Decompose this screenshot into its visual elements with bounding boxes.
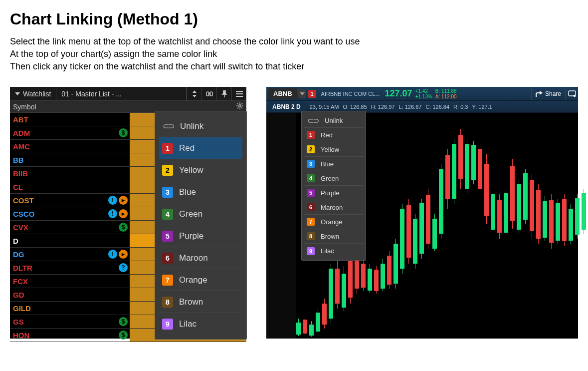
alert-icon[interactable]: ! xyxy=(108,250,117,259)
link-menu-unlink[interactable]: ⊂⊃ Unlink xyxy=(159,115,242,137)
ticker-cell[interactable]: GS xyxy=(10,318,105,326)
link-menu-item-maroon[interactable]: 6Maroon xyxy=(159,247,242,269)
q-icon[interactable]: ? xyxy=(119,263,128,272)
play-icon[interactable]: ▸ xyxy=(119,250,128,259)
chart-left-gutter xyxy=(266,113,296,339)
link-menu-item-label: Maroon xyxy=(179,253,208,263)
svg-line-11 xyxy=(237,103,238,104)
gear-icon[interactable] xyxy=(236,102,246,111)
watchlist-list-label: 01 - Master List - ... xyxy=(61,90,122,98)
row-icons: $ xyxy=(105,223,130,232)
alert-icon[interactable]: ! xyxy=(108,196,117,205)
link-menu-item-blue[interactable]: 3Blue xyxy=(159,181,242,203)
link-menu-item-label: Brown xyxy=(179,297,203,307)
dollar-icon[interactable]: $ xyxy=(119,317,128,326)
ohlc-y: Y: 127.1 xyxy=(472,104,492,110)
notes-icon xyxy=(568,90,576,97)
watchlist-list-selector[interactable]: 01 - Master List - ... xyxy=(56,87,187,100)
color-swatch-icon: 5 xyxy=(162,231,173,242)
ticker-cell[interactable]: CVX xyxy=(10,223,105,232)
chart-panel: ABNB 1 AIRBNB INC COM CL... 127.07 +1.42… xyxy=(266,87,578,339)
color-swatch-icon: 4 xyxy=(307,174,315,182)
link-menu-item-label: Blue xyxy=(321,160,334,168)
alert-icon[interactable]: ! xyxy=(108,209,117,218)
ticker-cell[interactable]: FCX xyxy=(10,277,105,286)
pin-button[interactable] xyxy=(216,87,231,100)
link-menu-item-brown[interactable]: 8Brown xyxy=(304,229,364,244)
sort-stepper-button[interactable] xyxy=(187,87,201,100)
color-swatch-icon: 9 xyxy=(307,247,315,255)
ticker-cell[interactable]: D xyxy=(10,237,105,245)
ticker-cell[interactable]: CL xyxy=(10,183,105,191)
ticker-cell[interactable]: BB xyxy=(10,156,105,164)
ticker-cell[interactable]: ABT xyxy=(10,115,105,124)
ticker-cell[interactable]: AMC xyxy=(10,142,105,151)
link-menu-item-green[interactable]: 4Green xyxy=(304,171,364,186)
ticker-cell[interactable]: COST xyxy=(10,196,105,205)
color-swatch-icon: 5 xyxy=(307,189,315,197)
ticker-cell[interactable]: GD xyxy=(10,291,105,299)
notes-button[interactable] xyxy=(565,87,578,100)
share-button-label: Share xyxy=(545,90,561,97)
link-menu-item-orange[interactable]: 7Orange xyxy=(304,215,364,229)
link-menu-item-purple[interactable]: 5Purple xyxy=(304,186,364,200)
link-menu-item-blue[interactable]: 3Blue xyxy=(304,157,364,171)
column-symbol-header[interactable]: Symbol xyxy=(10,103,105,111)
watchlist-tab[interactable]: Watchlist xyxy=(10,87,56,100)
dollar-icon[interactable]: $ xyxy=(119,223,128,232)
svg-line-12 xyxy=(241,107,242,108)
link-menu-item-yellow[interactable]: 2Yellow xyxy=(159,159,242,181)
row-icons: !▸ xyxy=(105,209,130,218)
intro-line: Select the link menu at the top of the w… xyxy=(10,36,578,47)
menu-button[interactable] xyxy=(231,87,246,100)
link-menu-item-orange[interactable]: 7Orange xyxy=(159,269,242,291)
link-menu-item-purple[interactable]: 5Purple xyxy=(159,225,242,247)
link-menu-item-brown[interactable]: 8Brown xyxy=(159,291,242,313)
link-menu-item-yellow[interactable]: 2Yellow xyxy=(304,142,364,157)
ticker-cell[interactable]: ADM xyxy=(10,129,105,137)
link-menu-item-maroon[interactable]: 6Maroon xyxy=(304,200,364,215)
share-button[interactable]: Share xyxy=(531,87,565,100)
color-swatch-icon: 7 xyxy=(162,275,173,286)
unlink-icon: ⊂⊃ xyxy=(307,116,319,125)
link-menu-item-lilac[interactable]: 9Lilac xyxy=(159,313,242,335)
ohlc-time: 23, 9:15 AM xyxy=(310,104,339,110)
chart-timeframe[interactable]: ABNB 2 D xyxy=(268,102,305,112)
chart-change-abs: +1.42 xyxy=(415,88,432,94)
link-menu-item-green[interactable]: 4Green xyxy=(159,203,242,225)
play-icon[interactable]: ▸ xyxy=(119,209,128,218)
ticker-cell[interactable]: DLTR xyxy=(10,264,105,272)
row-icons: $ xyxy=(105,317,130,326)
color-swatch-icon: 9 xyxy=(162,319,173,330)
link-button[interactable] xyxy=(201,87,216,100)
chart-symbol-dropdown[interactable] xyxy=(298,89,306,98)
svg-line-14 xyxy=(241,103,242,104)
link-color-menu: ⊂⊃ Unlink 1Red2Yellow3Blue4Green5Purple6… xyxy=(155,111,247,340)
color-swatch-icon: 3 xyxy=(307,160,315,168)
color-swatch-icon: 8 xyxy=(307,232,315,240)
chart-link-indicator[interactable]: 1 xyxy=(308,90,316,98)
ticker-cell[interactable]: DG xyxy=(10,250,105,259)
intro-text: Select the link menu at the top of the w… xyxy=(10,36,578,72)
link-menu-unlink-label: Unlink xyxy=(325,117,343,124)
ticker-cell[interactable]: CSCO xyxy=(10,210,105,218)
bid-value: 111.88 xyxy=(441,88,457,94)
color-swatch-icon: 4 xyxy=(162,209,173,220)
watchlist-tab-label: Watchlist xyxy=(23,90,51,98)
ticker-cell[interactable]: BIIB xyxy=(10,169,105,178)
link-menu-unlink[interactable]: ⊂⊃ Unlink xyxy=(304,113,364,128)
svg-point-16 xyxy=(573,94,575,96)
ohlc-r: R: 0.3 xyxy=(453,104,468,110)
color-swatch-icon: 2 xyxy=(162,165,173,176)
dollar-icon[interactable]: $ xyxy=(119,331,128,340)
play-icon[interactable]: ▸ xyxy=(119,196,128,205)
link-menu-item-red[interactable]: 1Red xyxy=(304,128,364,142)
chart-symbol-input[interactable]: ABNB xyxy=(268,88,297,99)
link-menu-item-lilac[interactable]: 9Lilac xyxy=(304,244,364,258)
color-swatch-icon: 6 xyxy=(162,253,173,264)
ticker-cell[interactable]: HON xyxy=(10,331,105,340)
dollar-icon[interactable]: $ xyxy=(119,128,128,137)
ohlc-o: O: 126.85 xyxy=(343,104,367,110)
link-menu-item-red[interactable]: 1Red xyxy=(159,137,242,159)
ticker-cell[interactable]: GILD xyxy=(10,304,105,313)
